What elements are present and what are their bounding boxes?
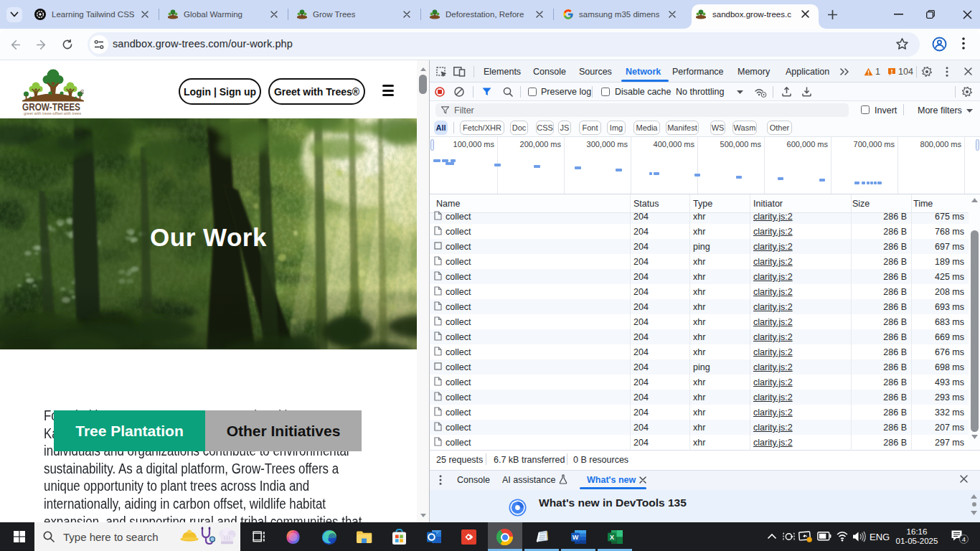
svg-text:W: W	[573, 534, 579, 541]
svg-text:greet with trees-offset with t: greet with trees-offset with trees	[24, 111, 81, 116]
svg-text:R: R	[82, 91, 84, 94]
svg-text:X: X	[610, 534, 614, 541]
